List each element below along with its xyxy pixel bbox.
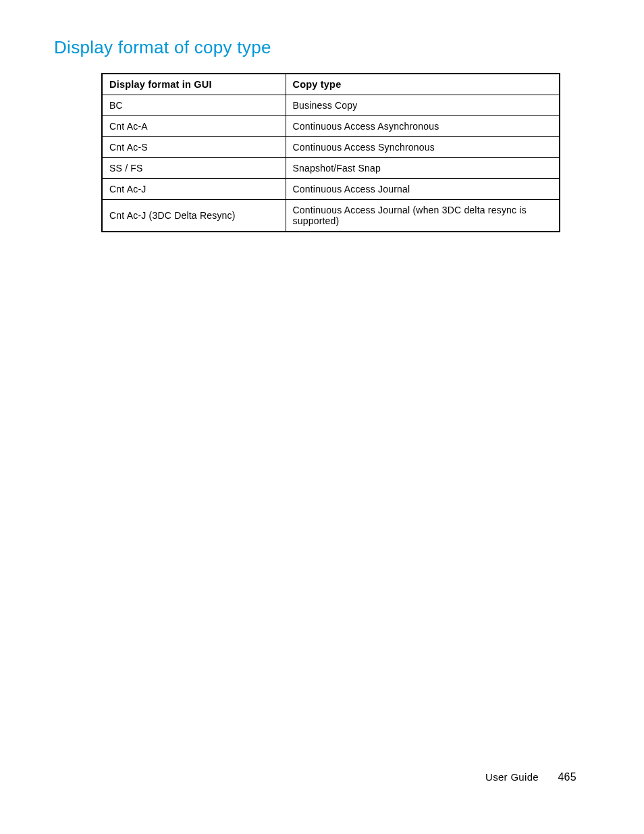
table-header-row: Display format in GUI Copy type (102, 74, 560, 95)
table-row: SS / FS Snapshot/Fast Snap (102, 158, 560, 179)
cell-display-format: Cnt Ac-A (102, 116, 286, 137)
cell-display-format: SS / FS (102, 158, 286, 179)
section-heading: Display format of copy type (54, 37, 590, 58)
cell-copy-type: Continuous Access Journal (when 3DC delt… (286, 200, 560, 232)
page-number: 465 (558, 771, 576, 783)
cell-display-format: Cnt Ac-J (3DC Delta Resync) (102, 200, 286, 232)
table-container: Display format in GUI Copy type BC Busin… (101, 73, 590, 232)
cell-display-format: Cnt Ac-S (102, 137, 286, 158)
cell-display-format: BC (102, 95, 286, 116)
copy-type-table: Display format in GUI Copy type BC Busin… (101, 73, 560, 232)
table-row: Cnt Ac-S Continuous Access Synchronous (102, 137, 560, 158)
cell-display-format: Cnt Ac-J (102, 179, 286, 200)
cell-copy-type: Continuous Access Journal (286, 179, 560, 200)
table-row: Cnt Ac-A Continuous Access Asynchronous (102, 116, 560, 137)
cell-copy-type: Snapshot/Fast Snap (286, 158, 560, 179)
page-footer: User Guide 465 (485, 771, 576, 783)
cell-copy-type: Continuous Access Asynchronous (286, 116, 560, 137)
cell-copy-type: Business Copy (286, 95, 560, 116)
cell-copy-type: Continuous Access Synchronous (286, 137, 560, 158)
table-row: Cnt Ac-J (3DC Delta Resync) Continuous A… (102, 200, 560, 232)
table-row: Cnt Ac-J Continuous Access Journal (102, 179, 560, 200)
footer-label: User Guide (485, 771, 539, 783)
header-copy-type: Copy type (286, 74, 560, 95)
header-display-format: Display format in GUI (102, 74, 286, 95)
table-row: BC Business Copy (102, 95, 560, 116)
